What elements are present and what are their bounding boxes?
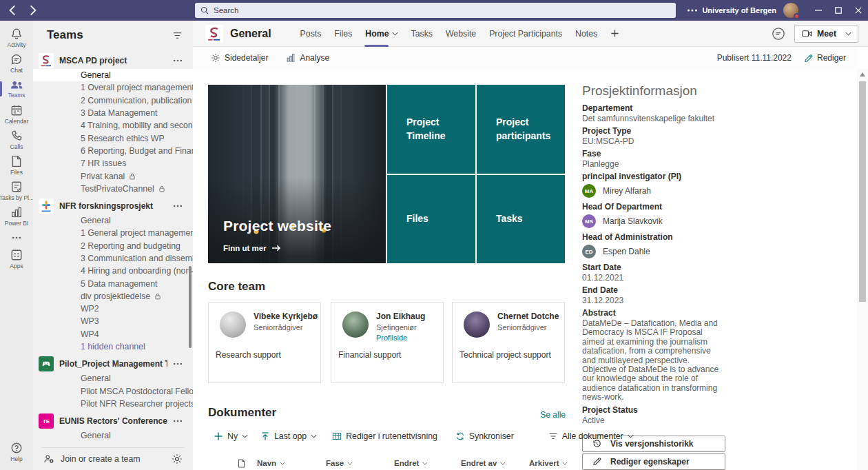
join-or-create-team-button[interactable]: Join or create a team bbox=[33, 448, 193, 470]
titlebar-more-icon[interactable] bbox=[687, 9, 698, 12]
manage-teams-gear-icon[interactable] bbox=[172, 453, 183, 464]
project-website-hero-tile[interactable]: Project website Finn ut mer bbox=[208, 85, 386, 263]
channel-communication-dissemination[interactable]: 3 Communication and dissemination activi… bbox=[33, 252, 193, 265]
column-archived[interactable]: Arkivert bbox=[529, 459, 568, 467]
rail-item-calls[interactable]: Calls bbox=[0, 127, 33, 152]
rail-item-apps[interactable]: Apps bbox=[0, 247, 33, 272]
column-name[interactable]: Navn bbox=[257, 459, 285, 467]
meet-button[interactable]: Meet bbox=[794, 25, 858, 43]
tab-website[interactable]: Website bbox=[446, 21, 476, 47]
column-modified[interactable]: Endret bbox=[394, 459, 428, 467]
channel-hr-issues[interactable]: 7 HR issues bbox=[33, 157, 193, 170]
upload-button[interactable]: Last opp bbox=[260, 431, 317, 441]
rail-item-tasks[interactable]: Tasks by Pl... bbox=[0, 178, 33, 203]
sidebar-scrollbar-thumb[interactable] bbox=[189, 266, 192, 348]
hidden-channels-link[interactable]: 1 hidden channel bbox=[33, 340, 193, 353]
tab-home[interactable]: Home bbox=[365, 21, 397, 47]
forward-icon[interactable] bbox=[28, 5, 39, 16]
rail-more-apps-button[interactable] bbox=[0, 229, 33, 246]
team-row-nfr-forskningsprosjekt[interactable]: NFR forskningsprosjekt bbox=[33, 198, 193, 214]
team-row-msca-pd-project[interactable]: MSCA PD project bbox=[33, 52, 193, 69]
close-button[interactable] bbox=[848, 0, 868, 21]
tile-project-timeline[interactable]: Project Timeline bbox=[387, 85, 475, 174]
channel-testprivatechannel[interactable]: TestPrivateChannel bbox=[33, 183, 193, 195]
user-avatar[interactable] bbox=[783, 3, 798, 18]
meet-dropdown[interactable] bbox=[843, 32, 858, 36]
channel-research-ethics[interactable]: 5 Research ethics WP bbox=[33, 132, 193, 144]
tile-files[interactable]: Files bbox=[387, 175, 475, 263]
edit-properties-button[interactable]: Rediger egenskaper bbox=[582, 453, 725, 470]
channel-div-prosjektledelse[interactable]: div prosjektledelse bbox=[33, 290, 193, 303]
view-selector-dropdown[interactable]: Alle dokumenter bbox=[548, 431, 634, 441]
rail-item-chat[interactable]: Chat bbox=[0, 51, 33, 76]
add-tab-icon[interactable] bbox=[610, 29, 619, 38]
rail-item-calendar[interactable]: Calendar bbox=[0, 102, 33, 127]
scrollbar-thumb[interactable] bbox=[859, 81, 866, 302]
search-input[interactable] bbox=[214, 6, 670, 14]
channel-wp2[interactable]: WP2 bbox=[33, 303, 193, 315]
column-modified-by[interactable]: Endret av bbox=[461, 459, 506, 467]
channel-pilot-nfr-researcher[interactable]: Pilot NFR Researcher projects bbox=[33, 398, 193, 410]
edit-page-button[interactable]: Rediger bbox=[804, 53, 846, 63]
channel-pilot-general[interactable]: General bbox=[33, 372, 193, 385]
rail-item-powerbi[interactable]: Power BI bbox=[0, 204, 33, 229]
channel-nfr-general[interactable]: General bbox=[33, 214, 193, 227]
page-scrollbar[interactable] bbox=[857, 69, 868, 470]
channel-training-mobility[interactable]: 4 Training, mobility and secondment bbox=[33, 119, 193, 132]
tab-project-participants[interactable]: Project Participants bbox=[489, 21, 562, 47]
hero-learn-more-link[interactable]: Finn ut mer bbox=[223, 244, 281, 252]
rail-item-help[interactable]: Help bbox=[0, 440, 33, 464]
rail-item-files[interactable]: Files bbox=[0, 153, 33, 178]
channel-pilot-msca-postdoctoral[interactable]: Pilot MSCA Postdoctoral Fellows Projects bbox=[33, 385, 193, 398]
person-pi[interactable]: MA Mirey Alfarah bbox=[582, 184, 725, 198]
scroll-up-icon[interactable] bbox=[860, 72, 865, 76]
maximize-button[interactable] bbox=[828, 0, 848, 21]
search-box[interactable] bbox=[195, 3, 676, 18]
column-phase[interactable]: Fase bbox=[326, 459, 353, 467]
tab-files[interactable]: Files bbox=[334, 21, 352, 47]
new-document-button[interactable]: Ny bbox=[214, 431, 248, 441]
channel-eunis-general[interactable]: General bbox=[33, 429, 193, 442]
team-member-card-vibeke[interactable]: Vibeke Kyrkjebø Ir... Seniorrådgiver Res… bbox=[208, 302, 321, 383]
channel-wp3[interactable]: WP3 bbox=[33, 315, 193, 327]
edit-in-grid-view-button[interactable]: Rediger i rutenettvisning bbox=[332, 431, 437, 441]
filter-icon[interactable] bbox=[172, 30, 183, 41]
channel-reporting-budget[interactable]: 6 Reporting, Budget and Financial issues bbox=[33, 145, 193, 157]
channel-hiring-onboarding[interactable]: 4 Hiring and onboarding (non-confidentia… bbox=[33, 265, 193, 277]
channel-overall-project-management[interactable]: 1 Overall project management bbox=[33, 81, 193, 94]
channel-communication-publication[interactable]: 2 Communication, publication etc bbox=[33, 94, 193, 107]
rail-item-activity[interactable]: Activity bbox=[0, 25, 33, 50]
sync-button[interactable]: Synkroniser bbox=[455, 431, 514, 441]
team-row-pilot-project-management-tool[interactable]: Pilot_Project Management Tool bbox=[33, 356, 193, 372]
person-hod[interactable]: MS Marija Slavkovik bbox=[582, 214, 725, 228]
team-more-icon[interactable] bbox=[173, 418, 183, 424]
team-more-icon[interactable] bbox=[173, 58, 183, 63]
channel-privat-kanal[interactable]: Privat kanal bbox=[33, 170, 193, 182]
tab-posts[interactable]: Posts bbox=[300, 21, 322, 47]
see-all-link[interactable]: Se alle bbox=[540, 410, 566, 420]
rail-item-teams[interactable]: Teams bbox=[0, 76, 33, 101]
tile-tasks[interactable]: Tasks bbox=[477, 175, 565, 263]
team-more-icon[interactable] bbox=[173, 361, 183, 367]
tile-project-participants[interactable]: Project participants bbox=[477, 85, 565, 174]
page-details-button[interactable]: Sidedetaljer bbox=[211, 53, 268, 63]
channel-general-project-management[interactable]: 1 General project management bbox=[33, 227, 193, 239]
team-more-icon[interactable] bbox=[173, 203, 183, 209]
team-row-eunis-rectors-conference[interactable]: TE EUNIS Rectors' Conference 2023 bbox=[33, 413, 193, 429]
conversation-icon[interactable] bbox=[772, 27, 785, 41]
column-file-type[interactable] bbox=[238, 459, 245, 468]
profile-page-link[interactable]: Profilside bbox=[376, 334, 425, 342]
channel-general[interactable]: General bbox=[33, 69, 193, 81]
analytics-button[interactable]: Analyse bbox=[286, 53, 329, 63]
meet-button-main[interactable]: Meet bbox=[795, 29, 843, 39]
person-hoa[interactable]: ED Espen Dahle bbox=[582, 245, 725, 258]
minimize-button[interactable] bbox=[808, 0, 828, 21]
tab-tasks[interactable]: Tasks bbox=[411, 21, 433, 47]
channel-wp4[interactable]: WP4 bbox=[33, 328, 193, 340]
back-icon[interactable] bbox=[7, 5, 18, 16]
channel-reporting-budgeting[interactable]: 2 Reporting and budgeting bbox=[33, 240, 193, 252]
channel-data-management[interactable]: 3 Data Management bbox=[33, 107, 193, 119]
channel-nfr-data-management[interactable]: 5 Data management bbox=[33, 277, 193, 289]
tab-notes[interactable]: Notes bbox=[575, 21, 597, 47]
team-member-card-jon[interactable]: Jon Eikhaug Sjefingeniør Profilside Fina… bbox=[331, 302, 444, 383]
